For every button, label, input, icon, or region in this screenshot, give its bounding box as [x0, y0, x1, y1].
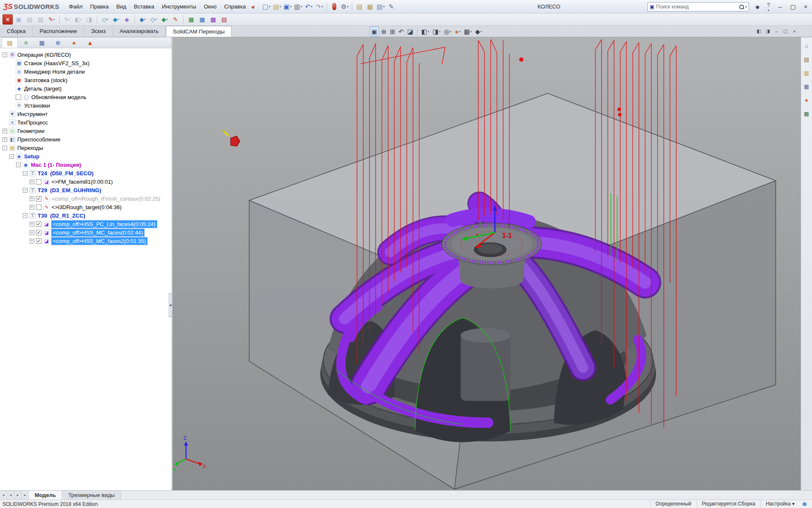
expand-icon[interactable]: + — [30, 222, 34, 226]
print-icon[interactable]: ▥▾ — [293, 1, 303, 12]
tree-item[interactable]: +✓◪<comp_off>HSS_PC_Lin_faces4(0:05:24) — [0, 220, 172, 228]
command-tab[interactable]: Анализировать — [113, 26, 166, 37]
tree-item[interactable]: ⚙Установки — [0, 101, 172, 110]
expand-icon[interactable]: + — [30, 230, 34, 235]
scroll-prev-icon[interactable]: ◂ — [7, 491, 14, 500]
tree-item[interactable]: +◪<>FM_facemill1(0:00:01) — [0, 177, 172, 186]
tree-item[interactable]: ◆Деталь (target) — [0, 84, 172, 93]
user-account-button[interactable]: ☻ — [752, 1, 763, 12]
view-palette-icon[interactable]: ▦ — [802, 82, 811, 91]
web-help-icon[interactable]: ⊕ — [800, 501, 809, 507]
undo-icon[interactable]: ↶▾ — [304, 1, 314, 12]
pack-and-go-icon[interactable]: ▦ — [365, 1, 375, 12]
cam-stock-icon[interactable]: ◇▾ — [100, 14, 110, 25]
display-style-icon[interactable]: ◨▾ — [431, 27, 442, 36]
tree-item[interactable]: ▼Инструмент — [0, 110, 172, 118]
scroll-next-icon[interactable]: ▸ — [14, 491, 22, 500]
collapse-icon[interactable]: − — [23, 188, 27, 193]
viewport-3d[interactable]: 1-1 — [173, 37, 801, 490]
cam-postprocess-icon[interactable]: ✎ — [170, 14, 181, 25]
options-icon[interactable]: ⚙▾ — [340, 1, 350, 12]
cam-geometry-icon[interactable]: ◧▾ — [73, 14, 83, 25]
cam-copy-icon[interactable]: ▤ — [25, 14, 35, 25]
pin-menu-icon[interactable]: ▲ — [250, 0, 257, 14]
tree-item[interactable]: +✓✎<comp_off>iRough_iFinish_contour(0:02… — [0, 194, 172, 203]
collapse-icon[interactable]: − — [23, 213, 27, 218]
cam-fixture-icon[interactable]: ◈ — [122, 14, 132, 25]
solidcam-manager-tab[interactable]: ▲ — [82, 37, 98, 48]
command-tab[interactable]: Эскиз — [84, 26, 113, 37]
cam-tool-table-icon[interactable]: ▦ — [186, 14, 196, 25]
menu-item[interactable]: Инструменты — [158, 0, 200, 14]
maximize-button[interactable]: ▢ — [787, 0, 799, 14]
search-input[interactable] — [656, 4, 738, 10]
zoom-fit-icon[interactable]: ⊕ — [380, 27, 388, 36]
previous-view-icon[interactable]: ↶ — [397, 27, 405, 36]
tools-icon[interactable]: ✎ — [386, 1, 396, 12]
operation-checkbox[interactable]: ✓ — [36, 221, 41, 227]
edit-appearance-icon[interactable]: ●▾ — [453, 27, 462, 36]
panel-collapse-button[interactable]: ◀ — [168, 293, 173, 317]
appearances-icon[interactable]: ● — [802, 96, 811, 105]
expand-icon[interactable]: + — [30, 239, 34, 243]
menu-item[interactable]: Вид — [112, 0, 130, 14]
zoom-area-icon[interactable]: ⊞ — [389, 27, 397, 36]
open-icon[interactable]: ▤▾ — [272, 1, 282, 12]
make-drawing-icon[interactable]: ▧▾ — [376, 1, 386, 12]
doc-restore-icon[interactable]: ▢ — [782, 27, 790, 36]
doc-close-icon[interactable]: × — [790, 27, 798, 36]
viewport-display-icon[interactable]: ▣ — [370, 27, 379, 36]
redo-icon[interactable]: ↷▾ — [314, 1, 324, 12]
tree-item[interactable]: +◧Приспособление — [0, 135, 172, 144]
scroll-last-icon[interactable]: ▸ — [22, 491, 29, 500]
menu-item[interactable]: Окно — [200, 0, 220, 14]
tree-item[interactable]: +✎<>i3DRough_target(0:04:36) — [0, 203, 172, 211]
tree-item[interactable]: ≡ТехПроцесс — [0, 118, 172, 127]
dock-right-icon[interactable]: ◨ — [764, 27, 772, 36]
expand-icon[interactable]: + — [3, 137, 7, 142]
operation-checkbox[interactable]: ✓ — [36, 196, 41, 202]
operation-checkbox[interactable] — [36, 179, 41, 185]
scroll-first-icon[interactable]: ◂ — [0, 491, 7, 500]
tree-item[interactable]: −◉Mac 1 (1- Позиция) — [0, 160, 172, 169]
operation-checkbox[interactable] — [36, 204, 41, 210]
expand-icon[interactable]: + — [3, 129, 7, 133]
expand-icon[interactable]: + — [30, 179, 34, 184]
menu-item[interactable]: Правка — [86, 0, 112, 14]
viewport-scene[interactable]: 1-1 — [173, 37, 801, 490]
tree-item[interactable]: −⊤T30 (D2_R1_ZCC) — [0, 211, 172, 220]
file-explorer-icon[interactable]: ▥ — [802, 69, 811, 77]
tree-item[interactable]: ▣Заготовка (stock) — [0, 76, 172, 84]
hide-show-items-icon[interactable]: ◎▾ — [443, 27, 453, 36]
design-library-icon[interactable]: ▤ — [802, 55, 811, 64]
command-tab[interactable]: SolidCAM Переходы — [166, 26, 232, 37]
solidcam-exit-icon[interactable]: × — [3, 14, 13, 25]
cam-tool-icon[interactable]: ✎▾ — [62, 14, 72, 25]
rebuild-icon[interactable] — [329, 1, 339, 12]
menu-item[interactable]: Вставка — [130, 0, 158, 14]
view-tab[interactable]: Модель — [29, 491, 62, 500]
view-settings-icon[interactable]: ◆▾ — [474, 27, 483, 36]
tree-item[interactable]: ▢Обновлённая модель — [0, 93, 172, 101]
view-tab[interactable]: Трехмерные виды — [62, 491, 121, 500]
tree-item[interactable]: −⊤T24 (D50_FM_SECO) — [0, 169, 172, 177]
tree-item[interactable]: +◇Геометрии — [0, 127, 172, 135]
tree-item[interactable]: −◈Setup — [0, 152, 172, 160]
cam-machine-sim-icon[interactable]: ◇▾ — [148, 14, 159, 25]
propertymanager-tab[interactable]: ≡ — [18, 37, 34, 48]
cam-simulate-icon[interactable]: ◆▾ — [137, 14, 148, 25]
cam-paste-icon[interactable]: ▥ — [36, 14, 46, 25]
doc-minimize-icon[interactable]: – — [773, 27, 781, 36]
expand-icon[interactable]: + — [30, 205, 34, 210]
command-tab[interactable]: Сборка — [0, 26, 33, 37]
menu-item[interactable]: Файл — [65, 0, 86, 14]
collapse-icon[interactable]: − — [23, 171, 27, 176]
tree-item[interactable]: +✓◪<comp_off>HSS_MC_faces2(0:01:35) — [0, 237, 172, 245]
dimxpertmanager-tab[interactable]: ⊕ — [50, 37, 66, 48]
operation-checkbox[interactable]: ✓ — [36, 230, 41, 235]
collapse-icon[interactable]: − — [9, 154, 14, 159]
search-box[interactable]: ▣ ▾ — [647, 2, 749, 11]
section-view-icon[interactable]: ◪ — [406, 27, 414, 36]
customize-button[interactable]: Настройка ▾ — [760, 500, 800, 508]
configurationmanager-tab[interactable]: ▦ — [34, 37, 50, 48]
